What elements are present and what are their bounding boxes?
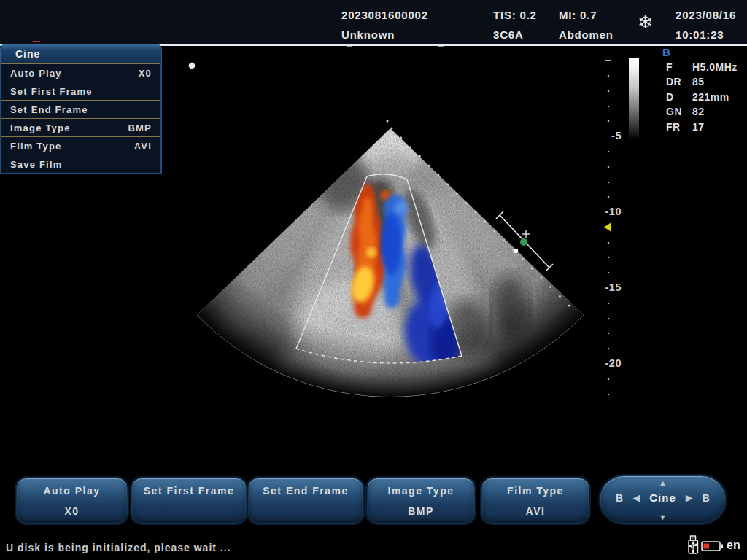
menu-item-set-first-frame[interactable]: Set First Frame <box>1 82 160 100</box>
patient-name: Unknown <box>341 28 395 41</box>
menu-item-label: Set First Frame <box>10 86 93 97</box>
menu-item-image-type[interactable]: Image Type BMP <box>1 118 160 136</box>
probe-model: 3C6A <box>493 28 524 41</box>
record-indicator <box>33 41 40 42</box>
patient-id: 2023081600002 <box>341 9 428 21</box>
menu-item-save-film[interactable]: Save Film <box>1 155 160 173</box>
top-info-bar: 2023081600002 Unknown TIS: 0.2 3C6A MI: … <box>0 0 747 44</box>
menu-item-label: Auto Play <box>10 68 62 79</box>
menu-item-value: AVI <box>134 141 152 152</box>
menu-item-label: Image Type <box>10 122 71 133</box>
mi-value: MI: 0.7 <box>559 9 597 21</box>
menu-item-set-end-frame[interactable]: Set End Frame <box>1 100 160 118</box>
date-display: 2023/08/16 <box>676 9 736 21</box>
menu-item-label: Set End Frame <box>10 104 88 115</box>
active-cursor-dot[interactable] <box>520 238 527 246</box>
focus-marker[interactable] <box>604 222 611 232</box>
menu-item-auto-play[interactable]: Auto Play X0 <box>1 63 160 82</box>
ultrasound-app-screen: 2023081600002 Unknown TIS: 0.2 3C6A MI: … <box>0 0 747 560</box>
orientation-marker-dot <box>189 63 196 69</box>
menu-item-value: X0 <box>139 68 152 79</box>
exam-preset: Abdomen <box>559 28 614 41</box>
menu-item-label: Save Film <box>10 159 63 170</box>
tis-value: TIS: 0.2 <box>493 9 537 21</box>
top-scale-ticks <box>347 46 444 47</box>
time-display: 10:01:23 <box>676 28 724 41</box>
menu-item-label: Film Type <box>10 141 62 152</box>
menu-title: Cine <box>0 44 162 63</box>
menu-item-film-type[interactable]: Film Type AVI <box>1 136 160 155</box>
caliper-point-dot <box>514 249 518 253</box>
cine-context-menu: Cine Auto Play X0 Set First Frame Set En… <box>0 44 162 174</box>
menu-item-value: BMP <box>128 122 152 133</box>
freeze-snowflake-icon: ❄ <box>638 12 653 33</box>
